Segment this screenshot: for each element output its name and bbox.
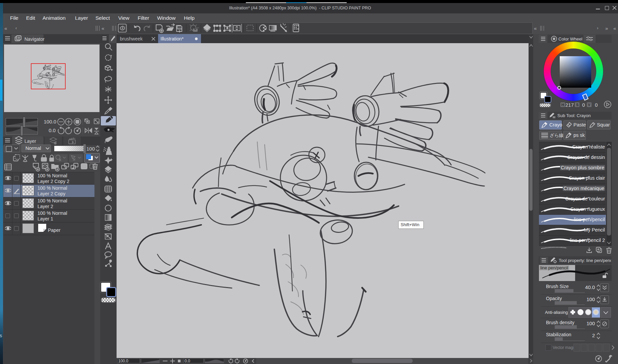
svg-text:png: png <box>178 26 182 29</box>
